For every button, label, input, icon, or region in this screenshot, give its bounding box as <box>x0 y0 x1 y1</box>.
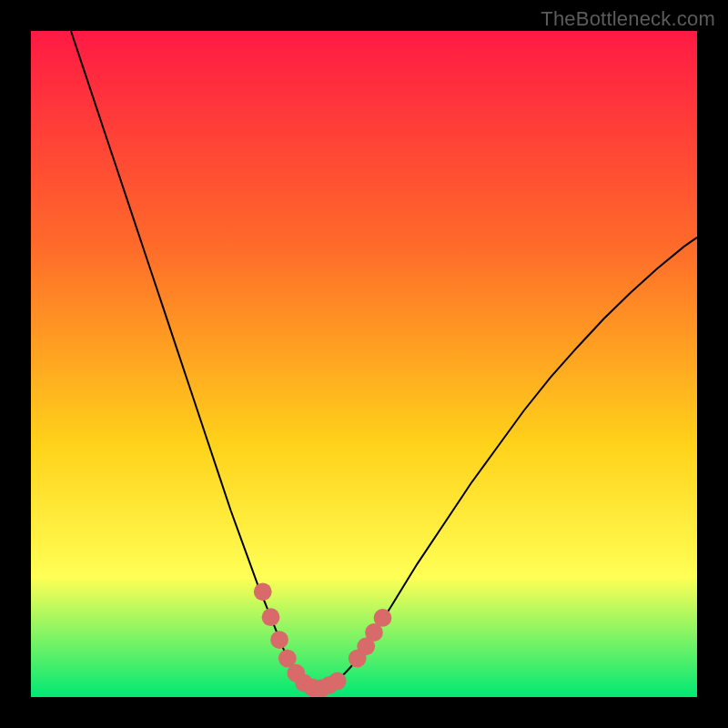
attribution-watermark: TheBottleneck.com <box>541 7 715 31</box>
chart-plot <box>31 31 697 697</box>
marker-dot <box>262 608 280 626</box>
chart-frame: TheBottleneck.com <box>0 0 728 728</box>
marker-dot <box>329 672 347 691</box>
gradient-background <box>31 31 697 697</box>
marker-dot <box>374 609 392 627</box>
marker-dot <box>270 631 288 649</box>
marker-dot <box>254 582 272 601</box>
